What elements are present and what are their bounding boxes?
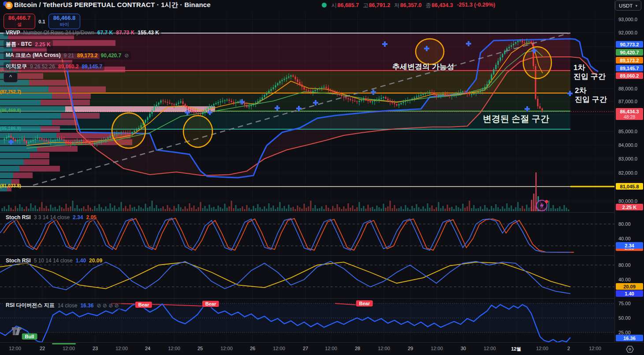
time-tick: 12:00	[589, 346, 601, 351]
time-tick: 12:00	[168, 346, 180, 351]
price-tick: 75.00	[618, 301, 643, 306]
time-axis[interactable]: 12:002212:002312:002412:002512:002612:00…	[0, 342, 644, 355]
price-tick: 87,000.0	[618, 99, 643, 104]
indicator-legend-ma-cross[interactable]: MA 크로스 (MA Cross)9 2189,173.290,420.7⊘	[4, 51, 131, 60]
legend-segment: 14 close	[58, 303, 78, 309]
panel-separator[interactable]	[0, 255, 644, 256]
legend-segment: ⊘ ⊘ ⊘ ⊘	[97, 303, 119, 309]
price-badge: 2.25 K	[616, 204, 643, 210]
time-tick: 30	[461, 346, 466, 351]
annotation-trend-change: 추세변경의 가능성	[392, 62, 454, 72]
flash-events-button[interactable]	[536, 199, 549, 212]
close-label: 종	[426, 2, 432, 8]
legend-segment: 2.25 K	[35, 41, 50, 48]
price-tick: 84,000.0	[618, 142, 643, 148]
time-tick: 12:00	[431, 346, 443, 351]
legend-segment: 9 26 52 26	[30, 64, 55, 70]
time-tick: 12:00	[273, 346, 285, 351]
order-panel: 86,466.7 셀 0.1 86,466.8 바이	[4, 14, 80, 29]
price-tick: 40.00	[618, 236, 643, 241]
price-badge: 89,145.7	[616, 65, 643, 71]
time-tick: 12:00	[378, 346, 390, 351]
open-value: 86,685.7	[338, 2, 359, 8]
legend-segment: Stoch RSI	[6, 214, 31, 220]
drawing-price-label: (87,752.7)	[0, 89, 21, 94]
time-tick: 12:00	[484, 346, 496, 351]
price-tick: 80,000.0	[618, 198, 643, 204]
indicator-legend-stoch-rsi-2[interactable]: Stoch RSI5 10 14 14 close1.4020.09	[4, 257, 104, 264]
price-badge: 16.36	[616, 335, 643, 341]
change-value: -251.3 (-0.29%)	[457, 2, 495, 9]
price-badge: 90,420.7	[616, 49, 643, 56]
legend-segment: 3 3 14 14 close	[34, 214, 70, 220]
price-tick: 50.00	[618, 315, 643, 321]
legend-segment: 89,145.7	[82, 64, 102, 70]
tradingview-logo[interactable]	[11, 325, 23, 336]
axis-settings-icon[interactable]	[625, 345, 634, 354]
price-badge: 81,045.8	[616, 183, 643, 190]
annotation-entry-zone-2: 2차진입 구간	[575, 86, 607, 104]
legend-segment: MA 크로스 (MA Cross)	[6, 52, 60, 59]
time-tick: 12:00	[9, 346, 21, 351]
legend-segment: 9 21	[63, 52, 74, 59]
indicator-legend-vrvp[interactable]: VRVPNumber Of Rows 24 Up/Down67.7 K87.73…	[4, 29, 161, 36]
price-badge: 2.34	[616, 242, 643, 249]
price-tick: 83,000.0	[618, 156, 643, 161]
panel-separator[interactable]	[0, 212, 644, 213]
ohlc-readout: 시86,685.7 고86,791.2 저86,357.0 종86,434.3 …	[331, 2, 495, 9]
bull-divergence-badge: Bull	[22, 333, 37, 340]
legend-segment: VRVP	[6, 30, 20, 36]
legend-segment: ⊘	[124, 52, 129, 59]
high-label: 고	[363, 2, 369, 8]
indicator-legend-rsi-divergence[interactable]: RSI 다이버전스 지표14 close16.36⊘ ⊘ ⊘ ⊘	[4, 301, 121, 310]
time-tick: 25	[197, 346, 203, 351]
legend-segment: 5 10 14 14 close	[34, 258, 73, 264]
price-tick: 93,000.0	[618, 17, 643, 22]
symbol-title[interactable]: Bitcoin / TetherUS PERPETUAL CONTRACT · …	[14, 1, 211, 9]
spread-value: 0.1	[35, 19, 48, 24]
buy-label: 바이	[49, 22, 80, 27]
bitcoin-icon: B	[5, 2, 13, 9]
bear-divergence-badge: Bear	[202, 301, 219, 307]
legend-segment: 87.73 K	[116, 30, 134, 36]
indicator-legend-stoch-rsi-1[interactable]: Stoch RSI3 3 14 14 close2.342.05	[4, 214, 99, 221]
legend-segment: 20.09	[89, 258, 102, 264]
notification-dot	[545, 200, 548, 203]
legend-segment: 이치모쿠	[6, 63, 27, 70]
time-tick: 27	[303, 346, 308, 351]
legend-collapse-button[interactable]: ^	[4, 72, 18, 82]
price-badge: 20.09	[616, 283, 643, 290]
sell-button[interactable]: 86,466.7 셀	[4, 14, 35, 29]
time-tick: 12:00	[63, 346, 75, 351]
legend-segment: 2.05	[86, 214, 96, 220]
time-tick: 2	[567, 346, 570, 351]
buy-button[interactable]: 86,466.8 바이	[48, 14, 80, 29]
indicator-legend-volume[interactable]: 볼륨 · BTC2.25 K	[4, 40, 53, 49]
symbol-icon: B	[3, 1, 15, 10]
price-badge: 86,434.348:28	[616, 108, 643, 120]
legend-segment: RSI 다이버전스 지표	[6, 302, 55, 309]
drawing-price-label: (85,186.9)	[0, 126, 21, 131]
time-tick: 12:00	[115, 346, 128, 351]
chart-header: B Bitcoin / TetherUS PERPETUAL CONTRACT …	[0, 0, 644, 11]
high-value: 86,791.2	[369, 2, 391, 8]
time-tick: 22	[40, 346, 45, 351]
panel-separator[interactable]	[0, 298, 644, 299]
sell-price: 86,466.7	[4, 15, 35, 22]
time-tick: 12:00	[536, 346, 548, 351]
price-tick: 85,000.0	[618, 129, 643, 134]
price-axis[interactable]: 93,000.092,000.088,000.087,000.085,000.0…	[614, 0, 644, 342]
legend-segment: 1.40	[76, 258, 86, 264]
legend-segment: Number Of Rows 24 Up/Down	[23, 30, 94, 36]
low-label: 저	[394, 2, 400, 8]
chevron-down-icon: ▾	[635, 4, 637, 8]
close-value: 86,434.3	[432, 2, 453, 8]
legend-segment: 볼륨 · BTC	[6, 41, 32, 48]
indicator-legend-ichimoku[interactable]: 이치모쿠9 26 52 2689,060.289,145.7	[4, 62, 104, 71]
legend-segment: 89,060.2	[58, 64, 79, 70]
time-tick: 12:00	[220, 346, 233, 351]
buy-price: 86,466.8	[49, 15, 80, 22]
time-tick: 29	[408, 346, 413, 351]
currency-selector[interactable]: USDT ▾	[615, 0, 641, 11]
time-tick: 26	[250, 346, 255, 351]
